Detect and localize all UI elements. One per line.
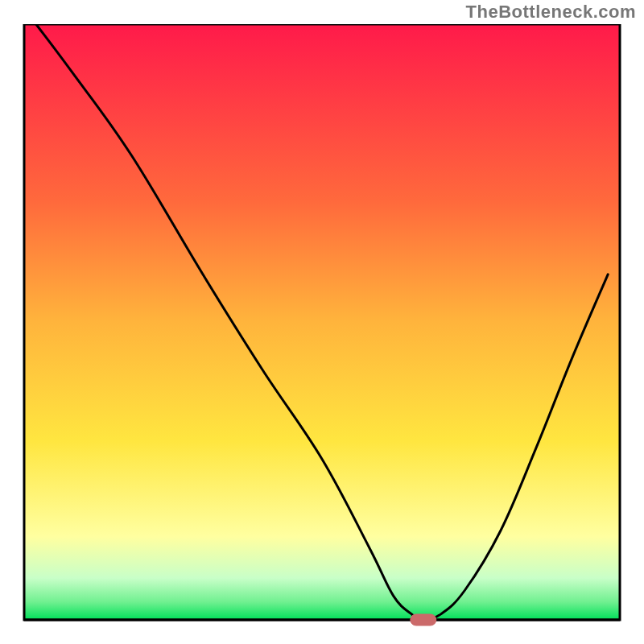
optimal-marker [411,614,436,625]
chart-svg [0,24,644,644]
watermark-text: TheBottleneck.com [466,2,636,23]
plot-area [24,24,620,620]
chart-container: TheBottleneck.com [0,0,644,644]
